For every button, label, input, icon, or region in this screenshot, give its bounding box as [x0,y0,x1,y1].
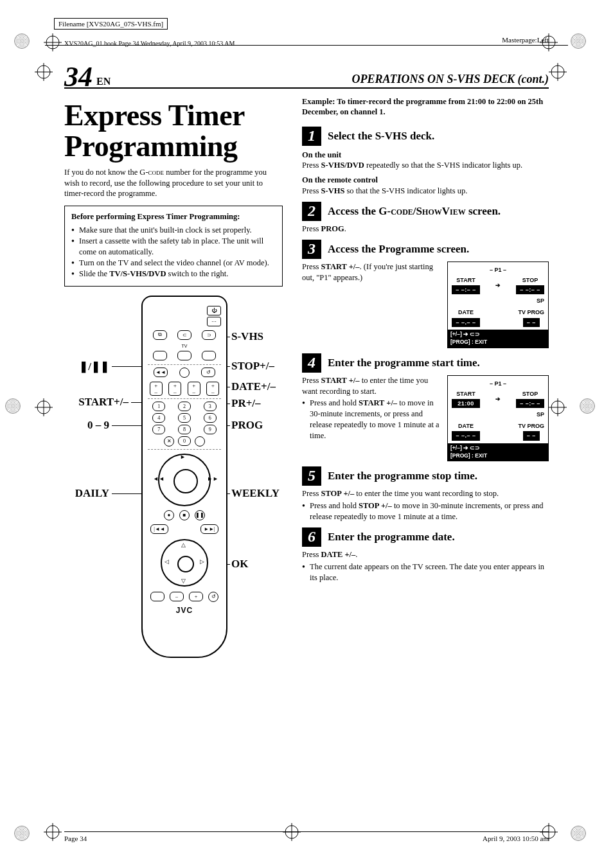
next-btn: ►►| [200,524,218,534]
num-btn: 4 [152,413,165,423]
ok-center [177,556,194,572]
intro-gcode: G-code [139,168,164,177]
osd-foot-line: [PROG] : EXIT [450,452,546,459]
osd-label: STOP [522,276,538,284]
osd-footer: [+/–] ➔ ⊂⊃ [PROG] : EXIT [448,443,548,461]
remote-btn: ◄◄ [154,368,168,377]
osd-sp: SP [452,411,544,418]
callout-stop: STOP+/– [231,360,274,373]
bold-text: START +/– [359,398,397,407]
menu-icon: ⋯ [207,317,221,326]
bold-text: START +/– [321,376,360,385]
remote-btn: ⧉ [153,330,167,340]
before-box: Before performing Express Timer Programm… [64,206,283,286]
bold-text: PROG [321,224,344,233]
step-title: Access the G-code/ShowView screen. [328,205,501,218]
text: so that the S-VHS indicator lights up. [344,186,467,195]
osd-value: – –.– – [452,431,480,440]
num-btn: 5 [178,413,191,423]
separator [148,364,221,365]
bold-text: DATE +/– [321,550,356,559]
remote-figure: ❚/❚❚ START+/– 0 – 9 DAILY S-VHS STOP+/– … [64,296,283,681]
text: . [355,550,357,559]
registration-mark-icon [35,63,53,81]
before-item-span: switch to the right. [166,269,228,278]
osd-foot-line: [+/–] ➔ ⊂⊃ [450,445,546,452]
separator [148,398,221,399]
osd-footer: [+/–] ➔ ⊂⊃ [PROG] : EXIT [448,330,548,348]
step-number-icon: 1 [302,127,321,146]
osd-value: 21:00 [452,399,480,408]
step-2: 2 Access the G-code/ShowView screen. Pre… [302,202,549,235]
cancel-btn: ✕ [164,436,174,447]
step-title: Enter the programme start time. [328,357,480,369]
num-btn: 7 [152,425,165,434]
callout-daily: DAILY [64,487,109,500]
osd-value: – – [523,431,540,440]
pause-btn: ❚❚ [195,510,205,520]
step-number-icon: 6 [302,527,321,547]
osd-value: – –.– – [452,318,480,327]
rec-btn: ● [164,510,174,520]
callout-line [112,366,143,367]
before-item: Slide the TV/S-VHS/DVD switch to the rig… [71,269,276,279]
before-item: Make sure that the unit's built-in clock… [71,225,276,236]
remote-btn: ⊂ [177,330,191,340]
text: Access the [328,205,378,217]
before-item-bold: TV/S-VHS/DVD [109,269,166,278]
osd-sp: SP [452,297,544,305]
osd-label: DATE [458,308,474,316]
callout-svhs: S-VHS [231,330,263,343]
remote-btn [177,351,191,360]
num-btn: 3 [204,402,217,411]
text: Press [302,262,321,271]
text: repeatedly so that the S-VHS indicator l… [364,161,522,170]
osd-label: START [456,276,475,284]
text: to enter the time you want recording to … [354,489,499,498]
arrow-icon: ➔ [495,395,501,403]
osd-label: START [456,390,475,398]
callout-pause: ❚/❚❚ [64,360,109,373]
text: G-code/ShowView [378,205,465,217]
bold-text: STOP +/– [359,501,392,510]
right-column: Example: To timer-record the programme f… [302,96,549,681]
step-number-icon: 3 [302,240,321,259]
remote-outline: ⏻ ⋯ ⧉ ⊂ ⊃ TV [141,296,227,658]
num-btn: 8 [178,425,191,434]
step-number-icon: 4 [302,353,321,373]
callout-pr: PR+/– [231,397,261,410]
crop-ornament [5,398,21,414]
page-number-value: 34 [64,61,93,93]
step-6: 6 Enter the programme date. Press DATE +… [302,527,549,583]
step-title: Enter the programme stop time. [328,470,477,483]
registration-mark-icon [549,63,567,81]
prev-btn: |◄◄ [150,524,168,534]
before-item: Insert a cassette with the safety tab in… [71,236,276,258]
before-item-span: Slide the [79,269,109,278]
num-btn: 1 [152,402,165,411]
footer-page: Page 34 [64,835,87,842]
crop-ornament [580,398,595,414]
step-number-icon: 2 [302,202,321,221]
footer-date: April 9, 2003 10:50 am [483,835,549,842]
remote-btn [153,351,167,360]
brand-logo: JVC [148,606,221,615]
osd-value: – –:– – [516,285,544,294]
callout-weekly: WEEKLY [231,487,280,500]
osd-value: – –:– – [452,285,480,294]
remote-btn [202,351,216,360]
text: Press [302,161,321,170]
step-title: Enter the programme date. [328,531,455,544]
crop-ornament [14,826,30,841]
bullet-item: The current date appears on the TV scree… [302,562,549,583]
registration-mark-icon [44,33,62,51]
registration-mark-icon [35,398,53,416]
page-number: 34 EN [64,63,111,91]
osd-value: – –:– – [516,399,544,408]
remote-btn: + [189,592,203,601]
content-area: 34 EN OPERATIONS ON S-VHS DECK (cont.) E… [64,64,549,823]
crop-ornament [14,33,30,49]
osd-screen-2: – P1 – START21:00 ➔ STOP– –:– – SP DATE–… [447,375,549,462]
step-5: 5 Enter the programme stop time. Press S… [302,466,549,522]
example-text: Example: To timer-record the programme f… [302,96,549,118]
